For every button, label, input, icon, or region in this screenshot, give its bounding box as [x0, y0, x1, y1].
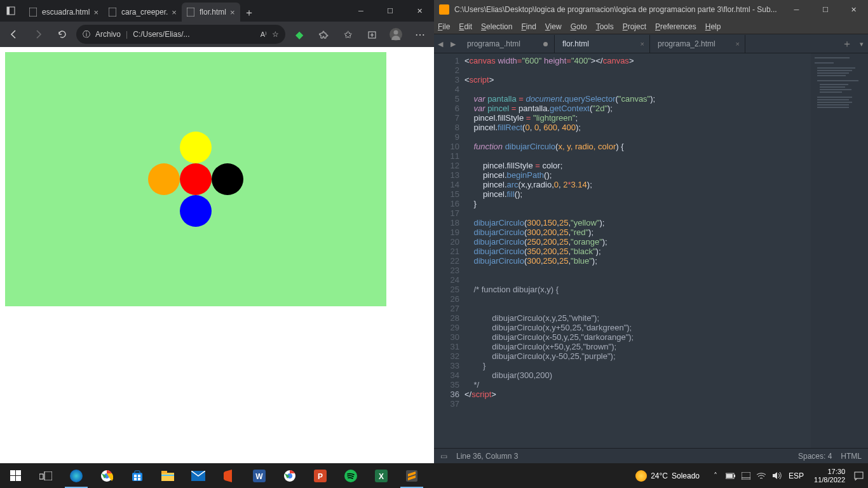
close-icon[interactable]: ×: [93, 8, 98, 17]
menu-help[interactable]: Help: [705, 22, 721, 31]
input-lang[interactable]: ESP: [786, 471, 806, 480]
minimize-button[interactable]: ─: [346, 0, 376, 22]
svg-rect-9: [815, 62, 834, 64]
maximize-button[interactable]: ☐: [811, 0, 839, 19]
svg-rect-16: [820, 86, 845, 88]
svg-rect-12: [817, 72, 849, 74]
close-icon[interactable]: ×: [172, 8, 177, 17]
battery-icon[interactable]: [725, 470, 736, 482]
close-button[interactable]: ✕: [839, 0, 868, 19]
favorite-icon[interactable]: ☆: [272, 30, 279, 39]
editor-tab-1[interactable]: programa_.html: [459, 35, 555, 53]
line-gutter[interactable]: 1234567891011121314151617181920212223242…: [434, 53, 465, 448]
wifi-icon[interactable]: [756, 470, 767, 482]
menu-file[interactable]: File: [438, 22, 450, 31]
svg-rect-20: [817, 99, 849, 100]
read-aloud-icon[interactable]: A⁾: [261, 30, 267, 39]
taskbar-app-spotify[interactable]: [336, 463, 366, 488]
menu-find[interactable]: Find: [521, 22, 536, 31]
browser-tab-2[interactable]: cara_creeper. ×: [104, 3, 182, 22]
forward-button[interactable]: [28, 24, 48, 44]
windows-taskbar: W P X 24°C Soleado ˄ ESP 17:30 11/8/2022: [0, 463, 868, 488]
taskbar-app-excel[interactable]: X: [366, 463, 397, 488]
new-tab-button[interactable]: ＋: [240, 4, 258, 22]
taskbar-app-office[interactable]: [214, 463, 244, 488]
taskbar-app-store[interactable]: [122, 463, 153, 488]
volume-icon[interactable]: [771, 470, 782, 482]
taskbar-app-mail[interactable]: [183, 463, 214, 488]
tab-menu-icon[interactable]: ▾: [855, 35, 868, 53]
sublime-statusbar: ▭ Line 36, Column 3 Spaces: 4 HTML: [434, 448, 868, 463]
status-position[interactable]: Line 36, Column 3: [456, 452, 518, 461]
svg-rect-55: [726, 474, 733, 478]
extensions-icon[interactable]: [313, 24, 334, 44]
address-bar[interactable]: ⓘ Archivo | C:/Users/Elias/... A⁾ ☆: [76, 25, 285, 44]
menu-edit[interactable]: Edit: [459, 22, 472, 31]
tab-title: flor.html: [562, 39, 589, 48]
taskbar-app-explorer[interactable]: [153, 463, 183, 488]
close-button[interactable]: ✕: [405, 0, 434, 22]
taskbar-app-chrome[interactable]: [92, 463, 122, 488]
svg-rect-24: [10, 470, 15, 475]
start-button[interactable]: [0, 463, 31, 488]
svg-text:X: X: [379, 472, 384, 481]
svg-rect-21: [817, 102, 852, 103]
minimap[interactable]: [811, 53, 868, 448]
new-file-button[interactable]: ＋: [839, 35, 855, 53]
menu-tools[interactable]: Tools: [596, 22, 614, 31]
status-syntax[interactable]: HTML: [841, 452, 862, 461]
taskbar-app-powerpoint[interactable]: P: [305, 463, 336, 488]
menu-preferences[interactable]: Preferences: [655, 22, 696, 31]
task-view-button[interactable]: [31, 463, 61, 488]
svg-rect-15: [820, 84, 848, 85]
maximize-button[interactable]: ☐: [376, 0, 405, 22]
svg-rect-37: [134, 478, 137, 480]
menu-selection[interactable]: Selection: [481, 22, 512, 31]
browser-tab-1[interactable]: escuadra.html ×: [24, 3, 104, 22]
tab-actions-icon[interactable]: [0, 0, 22, 22]
close-icon[interactable]: ×: [641, 40, 644, 48]
taskbar-app-chrome-2[interactable]: [275, 463, 305, 488]
browser-tab-3[interactable]: flor.html ×: [182, 3, 240, 22]
taskbar-app-edge[interactable]: [61, 463, 92, 488]
weather-temp: 24°C: [651, 471, 668, 480]
tray-overflow-icon[interactable]: ˄: [710, 470, 721, 482]
svg-rect-25: [16, 470, 21, 475]
close-icon[interactable]: ×: [736, 40, 740, 48]
tab-prev-icon[interactable]: ◀: [434, 35, 447, 53]
tab-next-icon[interactable]: ▶: [447, 35, 459, 53]
close-icon[interactable]: ×: [230, 8, 235, 17]
editor-tab-2[interactable]: flor.html ×: [555, 35, 650, 53]
weather-widget[interactable]: 24°C Soleado: [629, 470, 706, 482]
svg-rect-26: [10, 476, 15, 481]
tracking-shield-icon[interactable]: ◆: [289, 24, 309, 44]
taskbar-app-sublime[interactable]: [397, 463, 427, 488]
favorites-icon[interactable]: ✩: [337, 24, 358, 44]
svg-rect-27: [16, 476, 21, 481]
back-button[interactable]: [4, 24, 24, 44]
refresh-button[interactable]: [52, 24, 72, 44]
svg-rect-41: [161, 475, 174, 476]
menu-project[interactable]: Project: [623, 22, 646, 31]
tab-title: programa_.html: [467, 39, 520, 48]
taskbar-clock[interactable]: 17:30 11/8/2022: [810, 468, 849, 484]
status-indent[interactable]: Spaces: 4: [798, 452, 832, 461]
selection-toggle-icon[interactable]: ▭: [440, 452, 447, 461]
code-editor[interactable]: <canvas width="600" height="400"></canva…: [465, 53, 811, 448]
svg-rect-52: [406, 470, 417, 482]
tab-title: flor.html: [200, 8, 226, 17]
svg-rect-14: [817, 80, 858, 81]
minimize-button[interactable]: ─: [782, 0, 811, 19]
browser-chrome: escuadra.html × cara_creeper. × flor.htm…: [0, 0, 434, 47]
editor-tab-3[interactable]: programa_2.html ×: [650, 35, 745, 53]
touchpad-icon[interactable]: [740, 470, 752, 482]
profile-avatar[interactable]: [386, 24, 406, 44]
taskbar-app-word[interactable]: W: [244, 463, 275, 488]
notifications-icon[interactable]: [853, 470, 864, 482]
svg-rect-54: [734, 475, 735, 477]
menu-goto[interactable]: Goto: [571, 22, 587, 31]
file-icon: [109, 8, 118, 17]
more-icon[interactable]: ⋯: [410, 24, 430, 44]
collections-icon[interactable]: [362, 24, 382, 44]
menu-view[interactable]: View: [545, 22, 562, 31]
